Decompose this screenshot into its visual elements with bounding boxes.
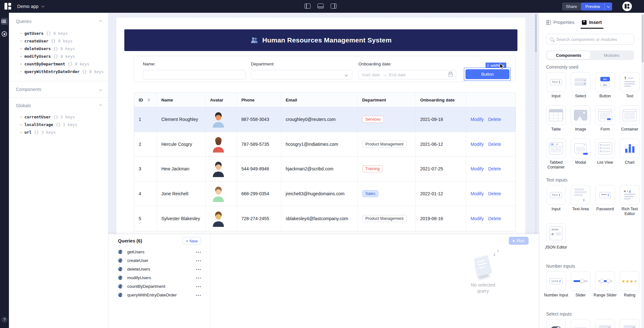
segment-modules[interactable]: Modules (590, 51, 633, 59)
column-header-name[interactable]: Name (157, 93, 206, 107)
queries-section-header[interactable]: Queries (9, 18, 108, 25)
drag-handle-icon[interactable] (487, 64, 489, 67)
toggle-right-panel-icon[interactable] (331, 4, 337, 9)
column-header-id[interactable]: ID (134, 93, 157, 107)
delete-link[interactable]: Delete (488, 142, 501, 147)
query-list-item[interactable]: createUser••• (108, 256, 210, 265)
app-name-chevron-icon[interactable] (41, 4, 44, 8)
app-logo-icon[interactable] (4, 3, 11, 10)
preview-dropdown-icon[interactable] (604, 3, 612, 11)
query-list-item[interactable]: countByDepartment••• (108, 282, 210, 291)
modify-link[interactable]: Modify (471, 166, 484, 171)
pages-icon[interactable] (1, 18, 8, 25)
canvas-scrollbar[interactable] (535, 14, 537, 52)
component-card-rating[interactable]: ★★★★Rating (620, 271, 640, 298)
component-card-text-input[interactable]: TextIInput (546, 185, 566, 212)
component-card-button[interactable]: BtnBtnButton (595, 72, 615, 99)
delete-link[interactable]: Delete (488, 191, 501, 196)
modify-link[interactable]: Modify (471, 142, 484, 147)
modify-link[interactable]: Modify (471, 191, 484, 196)
component-card-chart[interactable]: Chart (620, 138, 640, 165)
components-section-header[interactable]: Components (9, 86, 108, 93)
inspector-icon[interactable] (2, 31, 7, 37)
toggle-bottom-panel-icon[interactable] (318, 4, 324, 9)
help-icon[interactable]: ? (1, 317, 8, 323)
more-options-icon[interactable]: ••• (196, 259, 201, 263)
tab-insert[interactable]: Insert (582, 20, 602, 25)
component-card-rich-text-editor[interactable]: BIARich Text Editor (620, 185, 640, 216)
globals-section-header[interactable]: Globals (9, 102, 108, 109)
component-card-container[interactable]: Container (620, 105, 640, 132)
query-node-createUser[interactable]: ▸createUser{} 8 keys (9, 37, 108, 45)
app-header-banner[interactable]: Human Resources Management System (124, 29, 517, 51)
query-node-queryWithEntryDateOrder[interactable]: ▸queryWithEntryDateOrder{} 8 keys (9, 68, 108, 75)
component-card-tabbed-container[interactable]: ABTabbed Container (546, 138, 566, 170)
component-card-input[interactable]: TextIInput (546, 72, 566, 99)
date-range-input[interactable]: Start date → End date (358, 70, 456, 79)
component-card-json-editor[interactable]: JSON⊘JSON Editor (546, 223, 566, 250)
component-card-slider[interactable]: Slider (571, 271, 590, 298)
query-list-item[interactable]: deleteUsers••• (108, 265, 210, 273)
component-card-text-area[interactable]: IText Area (571, 185, 590, 212)
new-query-button[interactable]: + New (182, 237, 201, 245)
component-card-toggle[interactable] (546, 319, 566, 328)
modify-link[interactable]: Modify (471, 117, 484, 122)
end-date-placeholder[interactable]: End date (389, 72, 406, 77)
component-card-select-box[interactable] (620, 319, 640, 328)
table-row[interactable]: 3 Hew Jackman 544-949-8946 hjackman2@scr… (134, 157, 516, 182)
table-row[interactable]: 5 Sylvester Blakesley 728-274-2455 sblak… (134, 206, 516, 231)
more-options-icon[interactable]: ••• (196, 285, 201, 288)
tab-properties[interactable]: Properties (546, 20, 574, 25)
component-card-number-input[interactable]: 1234INumber Input (546, 271, 566, 298)
toggle-left-panel-icon[interactable] (304, 4, 311, 9)
department-filter-select[interactable] (251, 70, 352, 79)
modify-link[interactable]: Modify (471, 216, 484, 221)
table-row[interactable]: 4 Jone Reichelt 668-299-0354 jreichelt3@… (134, 182, 516, 206)
column-header-onboarding-date[interactable]: Onboarding date (416, 93, 466, 107)
component-card-image[interactable]: Image (571, 105, 590, 132)
share-button[interactable]: Share (562, 3, 581, 11)
preview-button[interactable]: Preview (581, 3, 604, 11)
name-filter-input[interactable] (143, 70, 245, 79)
global-node-url[interactable]: ▸url{} 3 keys (9, 128, 108, 136)
component-search-input[interactable]: Search components or modules (546, 34, 634, 45)
component-card-range-slider[interactable]: Range Slider (595, 271, 615, 298)
user-avatar[interactable] (622, 2, 632, 11)
column-header-email[interactable]: Email (281, 93, 358, 107)
query-node-getUsers[interactable]: ▸getUsers{} 8 keys (9, 29, 108, 37)
component-card-text[interactable]: TText (620, 72, 640, 99)
query-list-item[interactable]: getUsers••• (108, 248, 210, 256)
column-header-avatar[interactable]: Avatar (206, 93, 237, 107)
query-list-item[interactable]: queryWithEntryDateOrder••• (108, 291, 210, 299)
component-card-modal[interactable]: ×Modal (571, 138, 590, 165)
component-card-password[interactable]: ****IPassword (595, 185, 615, 212)
global-node-currentUser[interactable]: ▸currentUser{} 5 keys (9, 113, 108, 121)
component-card-dropdown[interactable] (571, 319, 590, 328)
table-row[interactable]: 1 Clement Roughley 887-558-3043 croughle… (134, 107, 516, 132)
column-header-phone[interactable]: Phone (237, 93, 281, 107)
component-card-table[interactable]: Table (546, 105, 566, 132)
sort-icon[interactable] (148, 98, 150, 101)
query-node-deleteUsers[interactable]: ▸deleteUsers{} 8 keys (9, 45, 108, 52)
global-node-localStorage[interactable]: ▸localStorage{} 1 keys (9, 121, 108, 128)
delete-link[interactable]: Delete (488, 216, 501, 221)
more-options-icon[interactable]: ••• (196, 267, 201, 271)
component-card-list-view[interactable]: List View (595, 138, 615, 165)
query-list-item[interactable]: modifyUsers••• (108, 273, 210, 282)
more-options-icon[interactable]: ••• (196, 276, 201, 280)
component-card-multiselect[interactable] (595, 319, 615, 328)
column-header-department[interactable]: Department (358, 93, 416, 107)
delete-link[interactable]: Delete (488, 166, 501, 171)
more-options-icon[interactable]: ••• (196, 293, 201, 297)
app-name[interactable]: Demo app (17, 4, 39, 9)
calendar-icon[interactable] (448, 72, 453, 77)
segment-components[interactable]: Components (547, 51, 590, 59)
query-node-modifyUsers[interactable]: ▸modifyUsers{} 8 keys (9, 52, 108, 60)
query-node-countByDepartment[interactable]: ▸countByDepartment{} 8 keys (9, 60, 108, 68)
window-scrollbar[interactable] (642, 15, 644, 63)
start-date-placeholder[interactable]: Start date (362, 72, 380, 77)
run-query-button[interactable]: Run (509, 237, 529, 245)
table-row[interactable]: 2 Hercule Cosgry 787-589-5735 hcosgry1@i… (134, 132, 516, 157)
component-card-select[interactable]: ✓Select (571, 72, 590, 99)
add-new-button[interactable]: Button (465, 69, 509, 79)
